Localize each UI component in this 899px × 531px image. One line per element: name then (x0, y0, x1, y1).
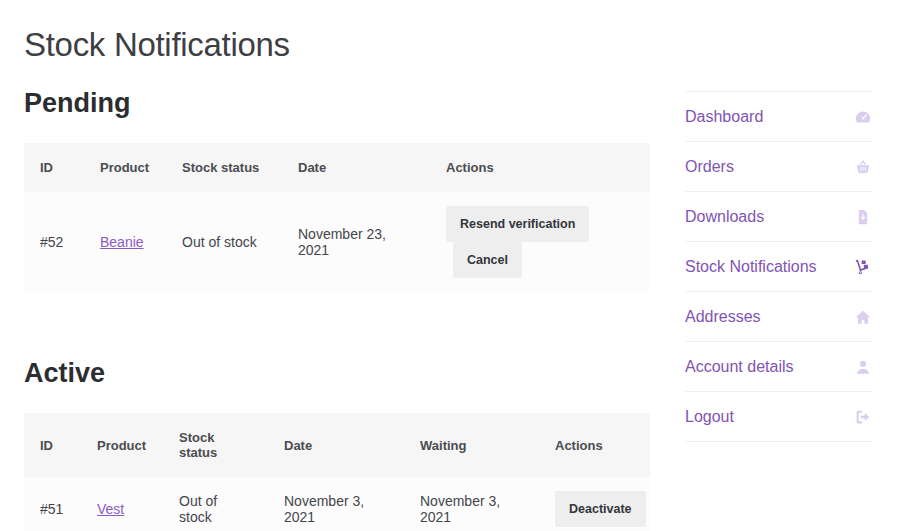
active-row-actions: Deactivate (539, 477, 650, 531)
active-col-waiting: Waiting (404, 413, 539, 477)
active-row-stock: Out of stock (163, 477, 268, 531)
file-download-icon (854, 208, 872, 226)
product-link-vest[interactable]: Vest (97, 501, 124, 517)
active-table: ID Product Stock status Date Waiting Act… (24, 413, 650, 531)
active-col-date: Date (268, 413, 404, 477)
table-row: #51 Vest Out of stock November 3, 2021 N… (24, 477, 650, 531)
sidebar-item-label: Account details (685, 358, 794, 376)
dashboard-gauge-icon (854, 108, 872, 126)
sidebar-item-logout[interactable]: Logout (685, 392, 872, 442)
dolly-icon (854, 258, 872, 276)
pending-row-actions: Resend verificationCancel (430, 192, 650, 292)
resend-verification-button[interactable]: Resend verification (446, 206, 589, 242)
pending-col-id: ID (24, 143, 84, 192)
active-row-waiting: November 3, 2021 (404, 477, 539, 531)
sidebar-item-label: Stock Notifications (685, 258, 817, 276)
product-link-beanie[interactable]: Beanie (100, 234, 144, 250)
stock-notifications-page: Stock Notifications Pending ID Product S… (0, 0, 899, 531)
active-table-header-row: ID Product Stock status Date Waiting Act… (24, 413, 650, 477)
pending-col-actions: Actions (430, 143, 650, 192)
page-title: Stock Notifications (24, 26, 650, 64)
sidebar-item-orders[interactable]: Orders (685, 142, 872, 192)
sidebar-item-label: Logout (685, 408, 734, 426)
sidebar-item-addresses[interactable]: Addresses (685, 292, 872, 342)
active-row-date: November 3, 2021 (268, 477, 404, 531)
pending-table: ID Product Stock status Date Actions #52… (24, 143, 650, 292)
active-col-actions: Actions (539, 413, 650, 477)
sign-out-icon (854, 408, 872, 426)
account-sidebar: Dashboard Orders (685, 91, 872, 442)
sidebar-item-label: Orders (685, 158, 734, 176)
pending-section-heading: Pending (24, 88, 650, 119)
shopping-basket-icon (854, 158, 872, 176)
deactivate-button[interactable]: Deactivate (555, 491, 646, 527)
pending-col-stock: Stock status (166, 143, 282, 192)
sidebar-item-label: Addresses (685, 308, 761, 326)
pending-col-product: Product (84, 143, 166, 192)
pending-row-id: #52 (24, 192, 84, 292)
account-nav-list: Dashboard Orders (685, 91, 872, 442)
user-icon (854, 358, 872, 376)
pending-col-date: Date (282, 143, 430, 192)
cancel-button[interactable]: Cancel (453, 242, 522, 278)
active-section-heading: Active (24, 358, 650, 389)
sidebar-item-downloads[interactable]: Downloads (685, 192, 872, 242)
active-col-product: Product (81, 413, 163, 477)
sidebar-item-label: Downloads (685, 208, 764, 226)
sidebar-item-stock-notifications[interactable]: Stock Notifications (685, 242, 872, 292)
sidebar-item-label: Dashboard (685, 108, 763, 126)
active-col-id: ID (24, 413, 81, 477)
active-col-stock: Stock status (163, 413, 268, 477)
active-row-id: #51 (24, 477, 81, 531)
pending-row-stock: Out of stock (166, 192, 282, 292)
sidebar-item-dashboard[interactable]: Dashboard (685, 92, 872, 142)
table-row: #52 Beanie Out of stock November 23, 202… (24, 192, 650, 292)
main-content: Stock Notifications Pending ID Product S… (24, 0, 650, 531)
pending-table-header-row: ID Product Stock status Date Actions (24, 143, 650, 192)
home-icon (854, 308, 872, 326)
pending-row-date: November 23, 2021 (282, 192, 430, 292)
sidebar-item-account-details[interactable]: Account details (685, 342, 872, 392)
